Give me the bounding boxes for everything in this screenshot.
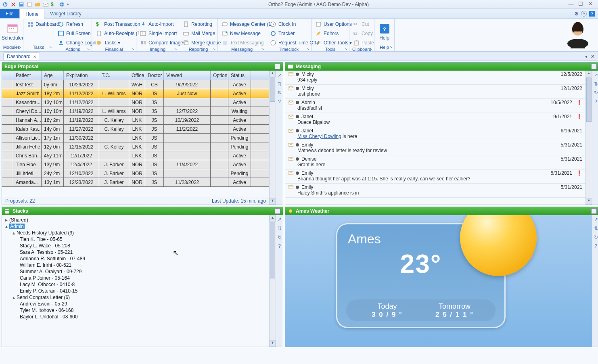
clock-in-button[interactable]: Clock In <box>269 20 318 28</box>
table-row[interactable]: Allison Lic...17y 1m11/30/2022LNKJSPendi… <box>2 134 269 142</box>
note-icon[interactable] <box>27 2 32 7</box>
scroll-down-icon[interactable]: ▼ <box>270 340 276 347</box>
tracker-button[interactable]: Tracker <box>269 29 318 38</box>
merge-queue-button[interactable]: Merge Queue <box>182 38 222 47</box>
tree-leaf[interactable]: Andrew Ewciri - 05-29 <box>5 301 266 307</box>
expand-icon[interactable]: ↗ <box>277 217 282 222</box>
toggle-icon[interactable]: ⇅ <box>593 81 598 87</box>
col-age[interactable]: Age <box>42 71 64 80</box>
message-item[interactable]: Emily5/31/2021Mathews debond letter is r… <box>285 141 585 155</box>
message-item[interactable]: Janet6/16/2021Miss Cheryl Dowling is her… <box>285 127 585 141</box>
message-item[interactable]: Admin10/5/2022❗dfasdfsdf sf <box>285 99 585 113</box>
table-row[interactable]: Cheryl Do...10y 10m11/19/2022L. Williams… <box>2 107 269 116</box>
scheduler-button[interactable]: Scheduler <box>2 20 23 44</box>
table-row[interactable]: Kaleb Kas...14y 8m11/27/2022C. KelleyLNK… <box>2 125 269 134</box>
user-avatar[interactable] <box>558 19 598 48</box>
stacks-tree[interactable]: ▸(Shared)▴Admin▴Needs History Updated (9… <box>2 215 269 347</box>
scroll-up-icon[interactable]: ▲ <box>270 215 276 222</box>
mail-merge-button[interactable]: Mail Merge <box>182 29 222 38</box>
money-icon[interactable]: $ <box>51 2 56 7</box>
expand-icon[interactable]: ↗ <box>277 72 282 78</box>
tree-leaf[interactable]: Tien K. Fibe - 05-65 <box>5 236 266 243</box>
stacks-scrollbar[interactable]: ▲ ▼ <box>269 215 276 347</box>
tree-leaf[interactable]: Tyler M. Itohove - 06-168 <box>5 307 266 314</box>
table-row[interactable]: Amanda...13y 1m12/23/2022J. BarkerNORJS1… <box>2 178 269 187</box>
col-expiration[interactable]: Expiration <box>64 71 99 80</box>
col-doctor[interactable]: Doctor <box>145 71 164 80</box>
col-tc[interactable]: T.C. <box>99 71 129 80</box>
tree-leaf[interactable]: Baylor L. Undohal - 08-600 <box>5 314 266 320</box>
collapse-ribbon-icon[interactable]: ^ <box>581 11 587 17</box>
message-item[interactable]: Denise5/31/2021Grant is here <box>285 155 585 169</box>
scroll-up-icon[interactable]: ▲ <box>270 71 276 77</box>
tree-leaf[interactable]: Adrianna R. Sotfuthin - 07-489 <box>5 255 266 262</box>
message-item[interactable]: Micky12/1/2022test phone <box>285 85 585 99</box>
toggle-icon[interactable]: ⇅ <box>277 81 282 87</box>
help-button[interactable]: ?Help <box>377 20 392 44</box>
dock-close-icon[interactable]: ✕ <box>591 54 595 59</box>
minimize-button[interactable]: — <box>568 2 574 7</box>
table-scrollbar[interactable]: ▲ ▼ <box>269 71 276 205</box>
widget-maximize-icon[interactable] <box>591 64 597 69</box>
close-icon[interactable] <box>10 2 16 7</box>
gear-icon[interactable]: ⚙ <box>574 11 579 17</box>
table-row[interactable]: Hannah A...16y 2m11/19/2022C. KelleyLNKJ… <box>2 116 269 125</box>
message-item[interactable]: Emily5/31/2021❗Brianna thought her appt … <box>285 169 585 184</box>
table-row[interactable]: Chris Bon...45y 11m12/1/2022LNKJSActive <box>2 151 269 160</box>
help-icon[interactable]: ? <box>589 11 595 17</box>
help-icon[interactable]: ? <box>277 243 282 249</box>
save-icon[interactable] <box>19 2 24 7</box>
other-tools-button[interactable]: Other Tools ▾ <box>314 38 353 47</box>
col-star[interactable] <box>2 71 13 80</box>
request-time-off-button[interactable]: Request Time Off <box>269 38 318 47</box>
tab-close-icon[interactable]: ✕ <box>33 54 36 59</box>
scroll-thumb[interactable] <box>270 77 275 102</box>
table-row[interactable]: Jillian Fehe12y 0m12/15/2022C. KelleyLNK… <box>2 142 269 151</box>
menu-home[interactable]: Home <box>19 9 44 19</box>
col-office[interactable]: Office <box>129 71 145 80</box>
expand-icon[interactable]: ↗ <box>593 72 598 78</box>
tree-node-shared[interactable]: ▸(Shared) <box>5 217 266 223</box>
tree-leaf[interactable]: Lacy M. Othocor - 0410-8 <box>5 281 266 288</box>
toggle-icon[interactable]: ⇅ <box>277 226 282 231</box>
col-viewed[interactable]: Viewed <box>164 71 211 80</box>
col-patient[interactable]: Patient <box>13 71 42 80</box>
power-icon[interactable] <box>2 2 8 7</box>
help-icon[interactable]: ? <box>593 99 598 105</box>
messaging-scrollbar[interactable]: ▲ ▼ <box>585 71 592 205</box>
tree-node-admin[interactable]: ▴Admin <box>5 223 266 230</box>
message-item[interactable]: Janet9/1/2021❗Duece Bigalow <box>285 113 585 127</box>
tree-leaf[interactable]: Sara A. Tesniso - 05-221 <box>5 249 266 255</box>
tree-node-group[interactable]: ▴Needs History Updated (9) <box>5 230 266 236</box>
widget-maximize-icon[interactable] <box>275 208 280 214</box>
refresh-icon[interactable]: ↻ <box>277 234 282 240</box>
table-row[interactable]: Jill Itdeti24y 2m12/10/2022J. BarkerNORJ… <box>2 169 269 178</box>
tree-node-group[interactable]: ▴Send Congrats Letter (6) <box>5 294 266 301</box>
help-icon[interactable]: ? <box>277 99 282 105</box>
table-row[interactable]: Tien Fibe13y 9m12/4/2022J. BarkerNORJS11… <box>2 160 269 169</box>
reporting-button[interactable]: Reporting <box>182 20 222 28</box>
tree-leaf[interactable]: Stacy L. Wace - 05-208 <box>5 243 266 249</box>
dock-dropdown-icon[interactable]: ▾ <box>585 54 588 59</box>
col-option[interactable]: Option <box>211 71 228 80</box>
message-item[interactable]: Emily5/31/2021Haley Smith's appliance is… <box>285 184 585 198</box>
globe-icon[interactable] <box>59 2 65 7</box>
toggle-icon[interactable]: ⇅ <box>593 226 598 231</box>
tree-leaf[interactable]: Emily P. Osteran - 0410-15 <box>5 288 266 294</box>
scroll-up-icon[interactable]: ▲ <box>586 71 592 77</box>
scroll-down-icon[interactable]: ▼ <box>586 198 592 205</box>
tree-leaf[interactable]: William E. Irirhi - 08-521 <box>5 262 266 268</box>
tree-leaf[interactable]: Summer A. Oraiyart - 09-729 <box>5 268 266 275</box>
scroll-down-icon[interactable]: ▼ <box>270 198 276 205</box>
scroll-thumb[interactable] <box>270 222 275 278</box>
refresh-icon[interactable]: ↻ <box>593 234 598 240</box>
widget-maximize-icon[interactable] <box>275 64 280 69</box>
table-row[interactable]: test test0y 6m10/29/2022WAHCS9/29/2022Ac… <box>2 80 269 89</box>
refresh-icon[interactable]: ↻ <box>277 90 282 96</box>
folder-open-icon[interactable] <box>35 2 40 7</box>
close-button[interactable]: ✕ <box>588 2 593 7</box>
mail-icon[interactable] <box>43 2 48 7</box>
user-options-button[interactable]: User Options <box>314 20 353 28</box>
editors-button[interactable]: Editors <box>314 29 353 38</box>
table-row[interactable]: Jazz Smith18y 2m11/12/2022L. WilliamsNOR… <box>2 89 269 98</box>
